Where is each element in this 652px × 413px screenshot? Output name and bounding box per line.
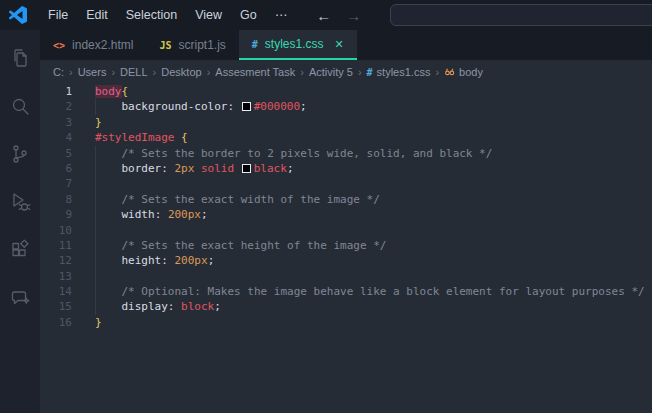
breadcrumb-item-desktop[interactable]: Desktop (161, 66, 201, 78)
code-line[interactable]: 4#styledImage { (40, 130, 652, 145)
forward-arrow-icon[interactable]: → (346, 7, 361, 24)
vscode-logo-icon (9, 6, 27, 24)
code-line[interactable]: 10 (40, 223, 652, 238)
code-token: 200px (168, 208, 201, 221)
code-token: { (181, 131, 188, 144)
line-number[interactable]: 11 (40, 238, 72, 253)
code-editor[interactable]: 1body{2 background-color: #000000;3}4#st… (40, 84, 652, 330)
menu-selection[interactable]: Selection (117, 0, 186, 30)
code-token (95, 300, 122, 313)
color-swatch[interactable] (242, 102, 251, 111)
titlebar-search-input[interactable] (391, 5, 652, 25)
code-line[interactable]: 11 /* Sets the exact height of the image… (40, 238, 652, 253)
menu-edit[interactable]: Edit (77, 0, 117, 30)
code-line-content: display: block; (72, 299, 652, 314)
code-token: : (161, 254, 174, 267)
search-icon[interactable] (8, 94, 32, 118)
code-token: width (122, 208, 155, 221)
code-line-content: /* Optional: Makes the image behave like… (72, 284, 652, 299)
code-token (95, 285, 122, 298)
run-debug-icon[interactable] (8, 190, 32, 214)
breadcrumb-item-users[interactable]: Users (78, 66, 107, 78)
tab-index2-html[interactable]: <>index2.html (40, 30, 146, 60)
code-token: #000000 (254, 100, 300, 113)
code-line[interactable]: 6 border: 2px solid black; (40, 161, 652, 176)
line-number[interactable]: 13 (40, 269, 72, 284)
breadcrumb-separator-icon: › (106, 66, 120, 78)
code-token (95, 193, 122, 206)
breadcrumb-label: C: (53, 66, 64, 78)
code-token (95, 239, 122, 252)
color-swatch[interactable] (242, 164, 251, 173)
line-number[interactable]: 10 (40, 223, 72, 238)
line-number[interactable]: 5 (40, 146, 72, 161)
line-number[interactable]: 6 (40, 161, 72, 176)
tab-script1-js[interactable]: JSscript1.js (146, 30, 238, 60)
code-line-content (72, 269, 652, 284)
breadcrumb-label: Assesment Task (215, 66, 295, 78)
tab-bar: <>index2.htmlJSscript1.js#styles1.css✕ (40, 30, 652, 60)
menu-view[interactable]: View (186, 0, 231, 30)
line-number[interactable]: 15 (40, 299, 72, 314)
code-token: ; (287, 162, 294, 175)
code-token (95, 100, 122, 113)
code-token: height (122, 254, 162, 267)
code-line[interactable]: 14 /* Optional: Makes the image behave l… (40, 284, 652, 299)
history-nav: ← → (316, 7, 361, 24)
code-line[interactable]: 2 background-color: #000000; (40, 99, 652, 114)
code-line-content: /* Sets the exact width of the image */ (72, 192, 652, 207)
line-number[interactable]: 4 (40, 130, 72, 145)
chat-icon[interactable] (8, 286, 32, 310)
code-line[interactable]: 9 width: 200px; (40, 207, 652, 222)
line-number[interactable]: 8 (40, 192, 72, 207)
title-bar: FileEditSelectionViewGo⋯ ← → (0, 0, 652, 30)
css-file-icon: # (367, 67, 373, 78)
breadcrumb-item-activity-5[interactable]: Activity 5 (309, 66, 353, 78)
tab-styles1-css[interactable]: #styles1.css✕ (239, 30, 357, 60)
breadcrumb-separator-icon: › (64, 66, 78, 78)
code-line[interactable]: 1body{ (40, 84, 652, 99)
line-number[interactable]: 14 (40, 284, 72, 299)
breadcrumb-item-body[interactable]: body (444, 66, 483, 78)
close-tab-icon[interactable]: ✕ (335, 38, 344, 51)
extensions-icon[interactable] (8, 238, 32, 262)
breadcrumb-item-c-[interactable]: C: (53, 66, 64, 78)
code-token: /* Sets the border to 2 pixels wide, sol… (122, 147, 493, 160)
code-line[interactable]: 7 (40, 176, 652, 191)
code-line[interactable]: 3} (40, 115, 652, 130)
css-rule-symbol-icon (444, 66, 455, 78)
line-number[interactable]: 16 (40, 315, 72, 330)
menu-file[interactable]: File (39, 0, 77, 30)
breadcrumb-item-assesment-task[interactable]: Assesment Task (215, 66, 295, 78)
command-search-box[interactable] (390, 4, 652, 26)
code-line[interactable]: 8 /* Sets the exact width of the image *… (40, 192, 652, 207)
back-arrow-icon[interactable]: ← (316, 7, 331, 24)
code-token: { (122, 85, 129, 98)
code-token: ; (201, 208, 208, 221)
line-number[interactable]: 1 (40, 84, 72, 99)
code-token (95, 147, 122, 160)
code-line-content: width: 200px; (72, 207, 652, 222)
code-line[interactable]: 15 display: block; (40, 299, 652, 314)
code-line[interactable]: 12 height: 200px; (40, 253, 652, 268)
menu-go[interactable]: Go (231, 0, 266, 30)
line-number[interactable]: 3 (40, 115, 72, 130)
code-line[interactable]: 16} (40, 315, 652, 330)
line-number[interactable]: 2 (40, 99, 72, 114)
line-number[interactable]: 9 (40, 207, 72, 222)
breadcrumb-item-styles1-css[interactable]: #styles1.css (367, 66, 431, 78)
line-number[interactable]: 7 (40, 176, 72, 191)
code-line[interactable]: 13 (40, 269, 652, 284)
menu-more[interactable]: ⋯ (266, 0, 297, 30)
code-line[interactable]: 5 /* Sets the border to 2 pixels wide, s… (40, 146, 652, 161)
breadcrumb-item-dell[interactable]: DELL (120, 66, 148, 78)
code-token: : (227, 100, 240, 113)
code-line-content: #styledImage { (72, 130, 652, 145)
code-token: } (95, 316, 102, 329)
tab-label: styles1.css (265, 37, 324, 51)
line-number[interactable]: 12 (40, 253, 72, 268)
breadcrumb-separator-icon: › (148, 66, 162, 78)
source-control-icon[interactable] (8, 142, 32, 166)
explorer-icon[interactable] (8, 46, 32, 70)
breadcrumb: C:›Users›DELL›Desktop›Assesment Task›Act… (40, 60, 652, 84)
